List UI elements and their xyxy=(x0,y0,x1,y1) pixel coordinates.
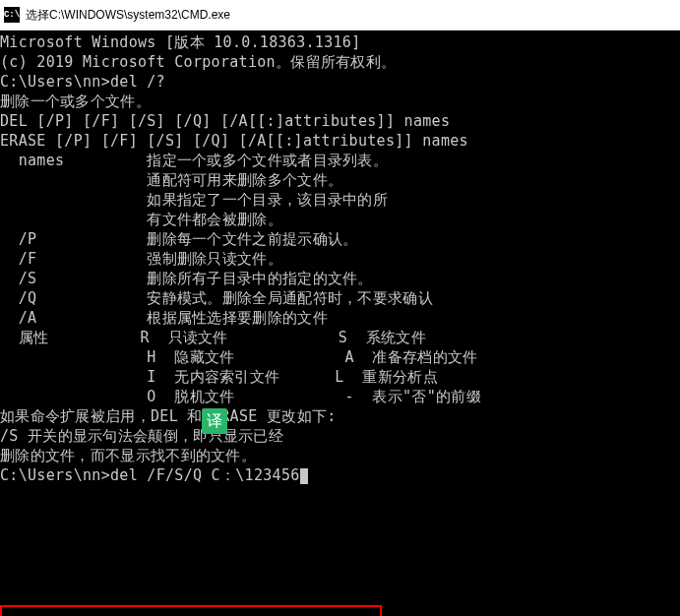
output-line: H 隐藏文件 A 准备存档的文件 xyxy=(0,347,680,367)
cmd-icon: C:\ xyxy=(4,7,20,23)
output-line: /A 根据属性选择要删除的文件 xyxy=(0,308,680,328)
highlight-box xyxy=(0,605,382,616)
output-line: /P 删除每一个文件之前提示确认。 xyxy=(0,229,680,249)
command-input-line[interactable]: C:\Users\nn>del /F/S/Q C：\123456 xyxy=(0,465,680,485)
terminal-area[interactable]: Microsoft Windows [版本 10.0.18363.1316] (… xyxy=(0,31,680,616)
prompt-prefix: C:\Users\nn> xyxy=(0,466,110,484)
title-text: 选择C:\WINDOWS\system32\CMD.exe xyxy=(26,7,230,24)
output-line: 有文件都会被删除。 xyxy=(0,210,680,229)
output-line: 删除一个或多个文件。 xyxy=(0,92,680,111)
output-line: (c) 2019 Microsoft Corporation。保留所有权利。 xyxy=(0,52,680,72)
output-line: C:\Users\nn>del /? xyxy=(0,72,680,92)
output-line: /S 删除所有子目录中的指定的文件。 xyxy=(0,269,680,288)
output-line: 删除的文件，而不显示找不到的文件。 xyxy=(0,446,680,465)
output-line: /F 强制删除只读文件。 xyxy=(0,249,680,269)
cmd-window: C:\ 选择C:\WINDOWS\system32\CMD.exe Micros… xyxy=(0,0,680,616)
output-line: ERASE [/P] [/F] [/S] [/Q] [/A[[:]attribu… xyxy=(0,131,680,151)
typed-command: del /F/S/Q C：\123456 xyxy=(110,466,300,484)
output-line: 如果命令扩展被启用，DEL 和 ERASE 更改如下: xyxy=(0,406,680,426)
output-line: names 指定一个或多个文件或者目录列表。 xyxy=(0,151,680,170)
output-line: 通配符可用来删除多个文件。 xyxy=(0,170,680,190)
output-line: /Q 安静模式。删除全局通配符时，不要求确认 xyxy=(0,288,680,308)
translate-badge-icon[interactable]: 译 xyxy=(202,408,227,434)
title-bar[interactable]: C:\ 选择C:\WINDOWS\system32\CMD.exe xyxy=(0,0,680,31)
output-line: Microsoft Windows [版本 10.0.18363.1316] xyxy=(0,32,680,52)
output-line: 如果指定了一个目录，该目录中的所 xyxy=(0,190,680,210)
output-line: O 脱机文件 - 表示"否"的前缀 xyxy=(0,387,680,406)
output-line: I 无内容索引文件 L 重新分析点 xyxy=(0,367,680,387)
output-line: DEL [/P] [/F] [/S] [/Q] [/A[[:]attribute… xyxy=(0,111,680,131)
output-line: /S 开关的显示句法会颠倒，即只显示已经 xyxy=(0,426,680,446)
output-line: 属性 R 只读文件 S 系统文件 xyxy=(0,328,680,347)
cursor-icon xyxy=(300,468,308,484)
